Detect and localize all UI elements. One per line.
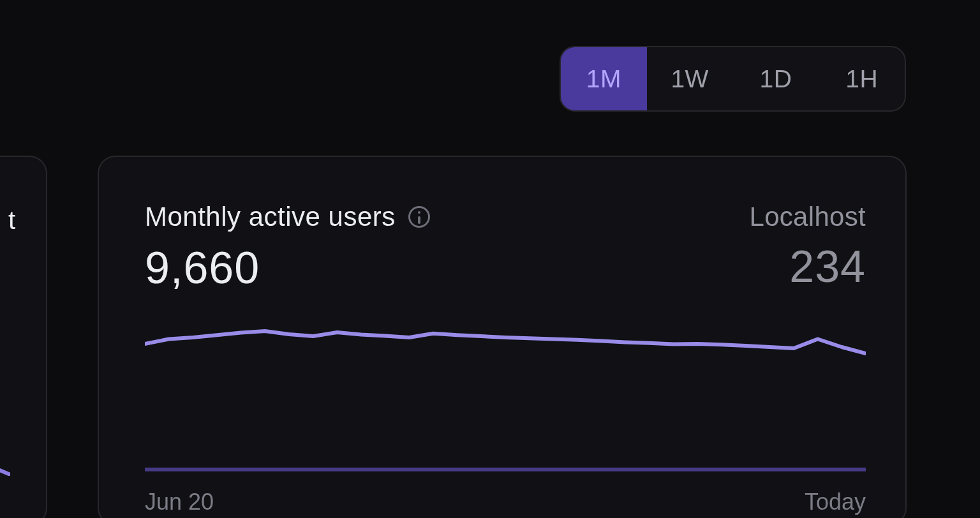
time-range-1d[interactable]: 1D [733, 47, 819, 110]
previous-metric-card: t [0, 156, 47, 518]
time-range-1w[interactable]: 1W [647, 47, 733, 110]
card-header: Monthly active users 9,660 Localhost 234 [145, 202, 866, 293]
secondary-metric-value: 234 [789, 241, 866, 292]
chart-x-axis: Jun 20 Today [145, 489, 866, 515]
metric-chart [145, 322, 866, 475]
time-range-1m[interactable]: 1M [561, 47, 647, 110]
mau-metric-card: Monthly active users 9,660 Localhost 234… [98, 156, 907, 518]
secondary-metric-label: Localhost [750, 202, 866, 232]
previous-card-title-fragment: t [8, 206, 15, 235]
x-axis-end: Today [805, 489, 866, 515]
metric-value: 9,660 [145, 242, 430, 293]
time-range-1h[interactable]: 1H [819, 47, 905, 110]
previous-card-sparkline [0, 399, 10, 476]
metric-title: Monthly active users [145, 202, 396, 232]
x-axis-start: Jun 20 [145, 489, 214, 515]
info-icon[interactable] [408, 206, 430, 228]
time-range-selector: 1M 1W 1D 1H [560, 46, 906, 112]
